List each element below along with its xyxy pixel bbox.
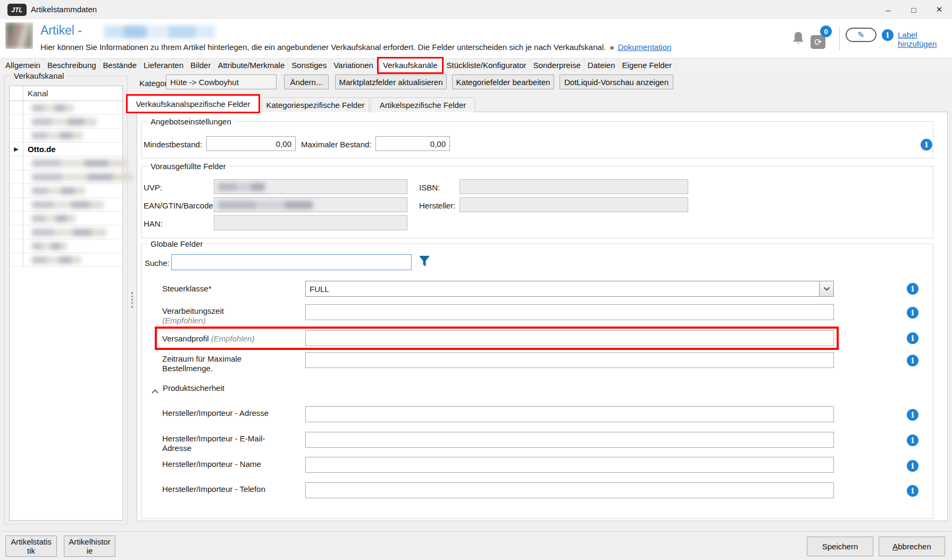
blurred-channel-name [32,160,128,167]
channel-column-header[interactable]: Kanal [23,86,122,101]
ean-field[interactable] [214,197,407,212]
article-history-button[interactable]: Artikelhistor ie [64,536,115,557]
tax-class-label: Steuerklasse* [162,284,212,293]
subtab-artikelspezifische-felder[interactable]: Artikelspezifische Felder [371,97,475,112]
max-stock-label: Maximaler Bestand: [301,140,372,149]
notification-bell-icon[interactable] [790,30,806,47]
sync-status-icon[interactable]: ⟳ 0 [811,33,834,50]
dropdown-chevron-icon[interactable] [819,281,833,296]
manufacturer-email-info-icon[interactable]: i [907,434,918,446]
han-label: HAN: [144,219,163,228]
tab-dateien[interactable]: Dateien [584,58,619,72]
max-stock-input[interactable]: 0,00 [375,136,450,151]
isbn-field[interactable] [460,179,688,194]
tax-class-select[interactable]: FULL [305,281,834,297]
manufacturer-address-label: Hersteller/Importeur - Adresse [162,408,278,418]
search-input[interactable] [171,254,412,270]
shipping-profile-info-icon[interactable]: i [907,332,918,344]
manufacturer-phone-input[interactable] [305,482,834,498]
article-statistics-button[interactable]: Artikelstatis tik [5,536,57,557]
han-field[interactable] [214,215,407,230]
blurred-channel-name [32,118,97,126]
manufacturer-phone-label: Hersteller/Importeur - Telefon [162,484,278,494]
channel-row-selected[interactable]: ▶ Otto.de [10,143,122,156]
tab-sonstiges[interactable]: Sonstiges [288,58,330,72]
channel-row[interactable] [10,129,122,143]
shipping-profile-hint: (Empfohlen) [211,334,255,343]
app-logo-icon: JTL [7,4,27,16]
processing-time-label: Verarbeitungszeit [162,306,224,315]
page-title: Artikel - [40,23,82,38]
blurred-channel-name [32,215,76,222]
collapse-chevron-icon[interactable] [151,387,159,396]
edit-label-button[interactable]: ✎ [846,28,876,42]
tab-bilder[interactable]: Bilder [187,58,214,72]
edit-category-fields-button[interactable]: Kategoriefelder bearbeiten [452,74,554,89]
tab-allgemein[interactable]: Allgemein [2,58,44,72]
max-order-period-info-icon[interactable]: i [907,355,918,366]
close-button[interactable]: ✕ [926,0,952,19]
shipping-profile-input[interactable] [305,330,834,346]
tab-beschreibung[interactable]: Beschreibung [44,58,100,72]
filter-icon[interactable] [418,255,431,271]
minimize-button[interactable]: – [875,0,901,19]
subtab-kategoriespezifische-felder[interactable]: Kategoriespezifische Felder [262,97,369,112]
offer-settings-info-icon[interactable]: i [921,139,932,151]
manufacturer-label: Hersteller: [419,201,455,210]
max-order-period-input[interactable] [305,352,834,368]
channel-row[interactable] [10,101,122,115]
documentation-link[interactable]: Dokumentation [617,43,671,52]
processing-time-info-icon[interactable]: i [907,307,918,319]
channel-row[interactable] [10,212,122,225]
tab-verkaufskanaele[interactable]: Verkaufskanäle [377,57,444,74]
ean-label: EAN/GTIN/Barcode: [144,201,215,210]
channel-row[interactable] [10,184,122,198]
manufacturer-email-input[interactable] [305,432,834,448]
manufacturer-name-info-icon[interactable]: i [907,460,918,472]
isbn-label: ISBN: [419,183,440,192]
tab-bestaende[interactable]: Bestände [100,58,140,72]
channel-row[interactable] [10,115,122,129]
header-divider [839,27,840,50]
update-marketplace-fields-button[interactable]: Marktplatzfelder aktualisieren [335,74,447,89]
tax-class-info-icon[interactable]: i [907,283,918,295]
row-selector-arrow: ▶ [14,146,18,153]
tab-attribute-merkmale[interactable]: Attribute/Merkmale [214,58,288,72]
tab-variationen[interactable]: Variationen [330,58,377,72]
blurred-ean-value [218,201,313,209]
channel-row[interactable] [10,170,122,184]
manufacturer-phone-info-icon[interactable]: i [907,485,918,497]
dotliquid-preview-button[interactable]: DotLiquid-Vorschau anzeigen [559,74,673,89]
processing-time-input[interactable] [305,304,834,320]
blurred-product-image [5,22,33,49]
add-label-link[interactable]: Label hinzufügen [898,30,952,48]
change-category-button[interactable]: Ändern... [284,74,329,89]
manufacturer-name-label: Hersteller/Importeur - Name [162,459,278,469]
channel-row[interactable] [10,225,122,239]
label-info-icon[interactable]: i [882,29,893,41]
refresh-icon: ⟳ [811,35,825,49]
manufacturer-address-input[interactable] [305,406,834,422]
channel-row[interactable] [10,253,122,267]
tab-lieferanten[interactable]: Lieferanten [140,58,187,72]
subtab-verkaufskanalspezifische-felder[interactable]: Verkaufskanalspezifische Felder [126,94,260,113]
manufacturer-address-info-icon[interactable]: i [907,409,918,421]
tab-sonderpreise[interactable]: Sonderpreise [530,58,584,72]
tax-class-value: FULL [306,285,819,294]
maximize-button[interactable]: □ [901,0,926,19]
blurred-uvp-value [218,183,265,191]
save-button[interactable]: Speichern [807,537,873,556]
channel-row[interactable] [10,198,122,212]
tab-eigene-felder[interactable]: Eigene Felder [619,58,675,72]
manufacturer-name-input[interactable] [305,457,834,473]
tab-stueckliste-konfigurator[interactable]: Stückliste/Konfigurator [444,58,530,72]
blurred-article-name [104,26,215,38]
min-stock-input[interactable]: 0,00 [206,136,296,151]
channel-row[interactable] [10,239,122,253]
channel-row[interactable] [10,156,122,170]
chevron-separator: » [609,43,614,52]
splitter-handle[interactable] [129,76,135,524]
cancel-button[interactable]: Abbrechen [879,537,945,556]
uvp-field[interactable] [214,179,407,194]
manufacturer-field[interactable] [460,197,688,212]
